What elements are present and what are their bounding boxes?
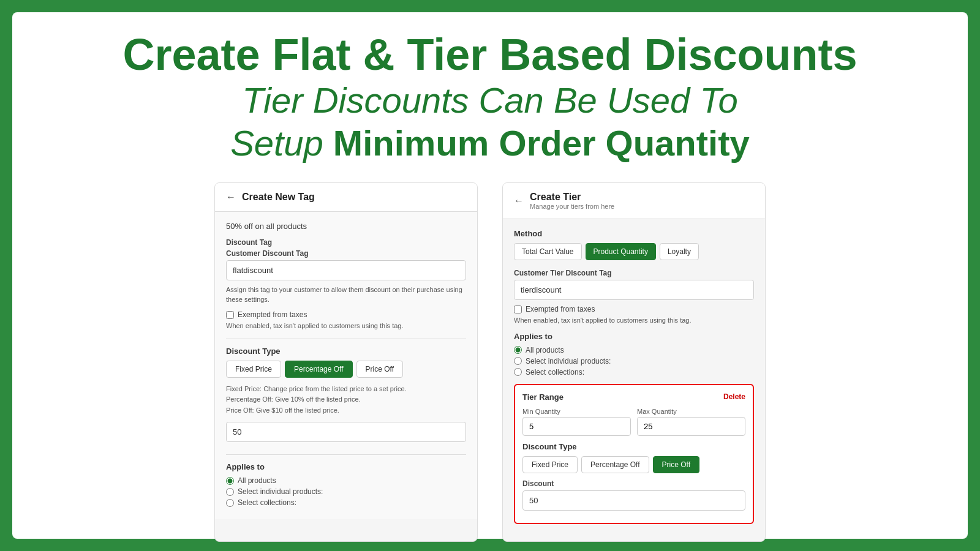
right-price-off-btn[interactable]: Price Off	[653, 456, 699, 473]
header-section: Create Flat & Tier Based Discounts Tier …	[37, 31, 943, 164]
left-applies-to-label: Applies to	[226, 462, 466, 471]
delete-tier-link[interactable]: Delete	[723, 392, 745, 401]
left-divider2	[226, 454, 466, 455]
right-tax-helper: When enabled, tax isn't applied to custo…	[514, 316, 754, 325]
left-discount-descriptions: Fixed Price: Change price from the liste…	[226, 384, 466, 416]
right-exempted-label: Exempted from taxes	[526, 305, 595, 313]
right-discount-value-input[interactable]	[522, 490, 745, 511]
right-radio-individual-label: Select individual products:	[526, 357, 611, 365]
tier-range-title: Tier Range	[522, 392, 564, 402]
right-loyalty-btn[interactable]: Loyalty	[660, 243, 699, 260]
right-panel-body: Method Total Cart Value Product Quantity…	[503, 219, 765, 541]
right-product-qty-btn[interactable]: Product Quantity	[586, 243, 656, 260]
right-radio-collections: Select collections:	[514, 368, 754, 377]
right-total-cart-btn[interactable]: Total Cart Value	[514, 243, 582, 260]
right-method-btn-group: Total Cart Value Product Quantity Loyalt…	[514, 243, 754, 260]
left-radio-individual-input[interactable]	[226, 488, 234, 496]
right-panel-subtitle: Manage your tiers from here	[530, 203, 614, 210]
left-helper-text: Assign this tag to your customer to allo…	[226, 285, 466, 304]
left-radio-collections-input[interactable]	[226, 499, 234, 507]
left-radio-collections: Select collections:	[226, 498, 466, 507]
right-applies-to-label: Applies to	[514, 332, 754, 341]
left-tax-helper: When enabled, tax isn't applied to custo…	[226, 321, 466, 331]
right-exempted-checkbox[interactable]	[514, 305, 522, 313]
left-radio-all-input[interactable]	[226, 477, 234, 485]
left-panel-body: 50% off on all products Discount Tag Cus…	[215, 212, 477, 519]
right-percentage-off-btn[interactable]: Percentage Off	[581, 456, 649, 473]
left-radio-collections-label: Select collections:	[238, 498, 296, 507]
right-customer-tier-tag-label: Customer Tier Discount Tag	[514, 269, 754, 277]
left-divider1	[226, 339, 466, 339]
right-discount-label: Discount	[522, 479, 745, 488]
left-percentage-off-btn[interactable]: Percentage Off	[285, 361, 353, 378]
left-price-off-btn[interactable]: Price Off	[356, 361, 403, 378]
left-exempted-label: Exempted from taxes	[238, 310, 307, 319]
right-radio-collections-input[interactable]	[514, 368, 522, 376]
right-radio-all-label: All products	[526, 346, 564, 354]
left-desc-line2: Percentage Off: Give 10% off the listed …	[226, 394, 466, 405]
tier-range-box: Tier Range Delete Min Quantity Max Quant…	[514, 384, 754, 524]
left-panel: ← Create New Tag 50% off on all products…	[214, 182, 478, 541]
left-desc-line3: Price Off: Give $10 off the listed price…	[226, 405, 466, 416]
right-radio-all: All products	[514, 346, 754, 354]
max-qty-input[interactable]	[637, 417, 745, 436]
max-qty-field: Max Quantity	[637, 408, 745, 436]
left-discount-value-input[interactable]	[226, 422, 466, 442]
min-qty-label: Min Quantity	[522, 408, 631, 415]
panels-row: ← Create New Tag 50% off on all products…	[37, 182, 943, 541]
right-fixed-price-btn[interactable]: Fixed Price	[522, 456, 578, 473]
left-fixed-price-btn[interactable]: Fixed Price	[226, 361, 281, 378]
main-container: Create Flat & Tier Based Discounts Tier …	[12, 12, 968, 539]
title-sub-bold: Minimum Order Quantity	[333, 123, 750, 163]
left-section-desc: 50% off on all products	[226, 222, 466, 231]
title-sub: Tier Discounts Can Be Used To Setup Mini…	[37, 79, 943, 164]
min-qty-input[interactable]	[522, 417, 631, 436]
right-radio-collections-label: Select collections:	[526, 368, 584, 377]
title-sub-prefix: Setup	[230, 123, 333, 163]
right-panel-title-group: Create Tier Manage your tiers from here	[530, 192, 614, 210]
left-radio-individual-label: Select individual products:	[238, 487, 323, 496]
right-method-label: Method	[514, 229, 754, 238]
right-customer-tier-tag-input[interactable]	[514, 280, 754, 300]
right-radio-all-input[interactable]	[514, 346, 522, 354]
left-radio-all-label: All products	[238, 476, 276, 485]
right-back-arrow[interactable]: ←	[514, 195, 524, 206]
title-main: Create Flat & Tier Based Discounts	[37, 31, 943, 79]
left-panel-title: Create New Tag	[242, 192, 315, 203]
right-exempted-row: Exempted from taxes	[514, 305, 754, 313]
left-discount-type-label: Discount Type	[226, 347, 466, 356]
left-radio-individual: Select individual products:	[226, 487, 466, 496]
right-radio-individual-input[interactable]	[514, 357, 522, 365]
left-radio-all: All products	[226, 476, 466, 485]
left-exempted-checkbox[interactable]	[226, 311, 234, 319]
max-qty-label: Max Quantity	[637, 408, 745, 415]
left-desc-line1: Fixed Price: Change price from the liste…	[226, 384, 466, 395]
qty-row: Min Quantity Max Quantity	[522, 408, 745, 436]
left-back-arrow[interactable]: ←	[226, 192, 236, 203]
right-discount-btn-group: Fixed Price Percentage Off Price Off	[522, 456, 745, 473]
left-customer-tag-input[interactable]	[226, 260, 466, 280]
left-discount-btn-group: Fixed Price Percentage Off Price Off	[226, 361, 466, 378]
right-panel: ← Create Tier Manage your tiers from her…	[502, 182, 766, 541]
title-sub-italic: Tier Discounts Can Be Used To	[242, 80, 738, 120]
right-discount-type-label: Discount Type	[522, 442, 745, 451]
right-radio-individual: Select individual products:	[514, 357, 754, 365]
left-exempted-row: Exempted from taxes	[226, 310, 466, 319]
left-discount-tag-label: Discount Tag	[226, 238, 466, 247]
tier-range-header: Tier Range Delete	[522, 392, 745, 402]
right-panel-title: Create Tier	[530, 192, 614, 203]
left-customer-tag-label: Customer Discount Tag	[226, 249, 466, 258]
left-panel-header: ← Create New Tag	[215, 183, 477, 212]
right-panel-header: ← Create Tier Manage your tiers from her…	[503, 183, 765, 219]
right-applies-section: Applies to All products Select individua…	[514, 332, 754, 377]
min-qty-field: Min Quantity	[522, 408, 631, 436]
